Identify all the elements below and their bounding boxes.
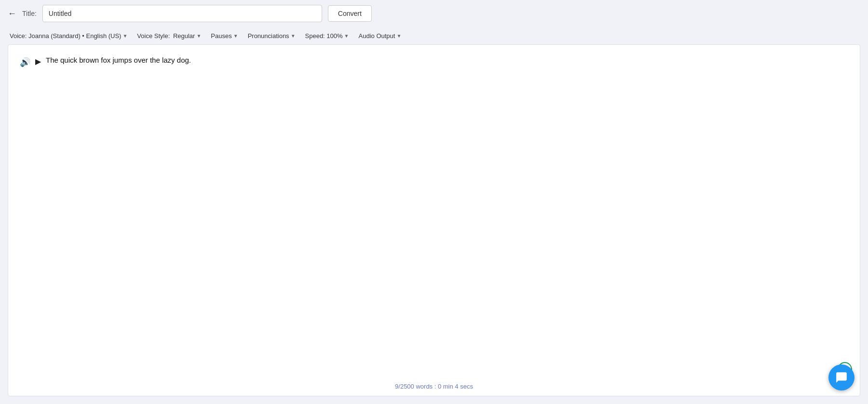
pauses-option[interactable]: Pauses ▼ bbox=[209, 31, 240, 40]
speed-option[interactable]: Speed: 100% ▼ bbox=[303, 31, 351, 40]
pronunciations-option[interactable]: Pronunciations ▼ bbox=[246, 31, 298, 40]
word-count-status: 9/2500 words : 0 min 4 secs bbox=[8, 383, 860, 390]
volume-icon[interactable]: 🔊 bbox=[20, 55, 30, 69]
chat-icon bbox=[835, 371, 848, 384]
voice-style-chevron-icon: ▼ bbox=[196, 33, 201, 39]
voice-chevron-icon: ▼ bbox=[122, 33, 127, 39]
editor-container: 🔊 ▶ The quick brown fox jumps over the l… bbox=[8, 44, 860, 396]
editor-text: The quick brown fox jumps over the lazy … bbox=[46, 54, 191, 66]
speed-label: Speed: 100% bbox=[305, 32, 343, 40]
editor-content: 🔊 ▶ The quick brown fox jumps over the l… bbox=[8, 45, 860, 79]
pauses-label: Pauses bbox=[211, 32, 231, 40]
voice-style-value: Regular bbox=[173, 32, 195, 40]
pronunciations-label: Pronunciations bbox=[248, 32, 289, 40]
audio-output-label: Audio Output bbox=[359, 32, 395, 40]
title-label: Title: bbox=[22, 10, 37, 17]
word-count-text: 9/2500 words : 0 min 4 secs bbox=[395, 383, 473, 390]
pauses-chevron-icon: ▼ bbox=[233, 33, 238, 39]
chat-button[interactable] bbox=[828, 364, 854, 391]
top-bar: ← Title: Convert bbox=[0, 0, 868, 27]
voice-style-label: Voice Style: bbox=[137, 32, 172, 40]
speed-chevron-icon: ▼ bbox=[344, 33, 349, 39]
play-button[interactable]: ▶ bbox=[35, 55, 41, 68]
voice-option[interactable]: Voice: Joanna (Standard) • English (US) … bbox=[8, 31, 129, 40]
convert-button[interactable]: Convert bbox=[328, 5, 372, 22]
voice-label: Voice: Joanna (Standard) • English (US) bbox=[10, 32, 121, 40]
voice-style-option[interactable]: Voice Style: Regular ▼ bbox=[135, 31, 203, 40]
title-input[interactable] bbox=[42, 5, 322, 22]
back-arrow-icon[interactable]: ← bbox=[8, 9, 16, 19]
audio-output-option[interactable]: Audio Output ▼ bbox=[357, 31, 404, 40]
audio-output-chevron-icon: ▼ bbox=[396, 33, 401, 39]
options-bar: Voice: Joanna (Standard) • English (US) … bbox=[0, 27, 868, 44]
pronunciations-chevron-icon: ▼ bbox=[291, 33, 296, 39]
